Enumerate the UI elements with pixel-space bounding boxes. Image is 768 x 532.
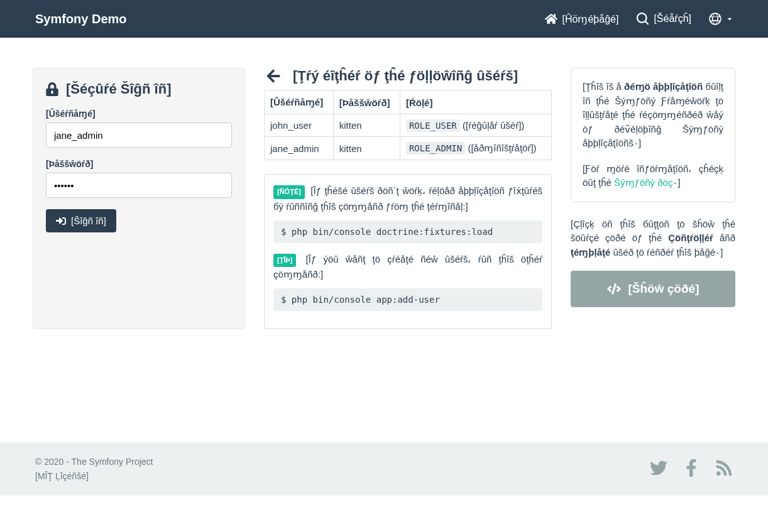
footer: © 2020 - The Symfony Project [MÎŢ Ļîçéñš… bbox=[0, 442, 768, 496]
footer-left: © 2020 - The Symfony Project [MÎŢ Ļîçéñš… bbox=[35, 455, 153, 483]
users-heading: [Ţŕý éîţĥéŕ öƒ ţĥé ƒöļļöŵîñĝ ûšéŕš] bbox=[264, 68, 552, 84]
password-label: [Þåššŵöŕð] bbox=[46, 159, 232, 169]
license-link[interactable]: [MÎŢ Ļîçéñšé] bbox=[35, 471, 89, 481]
th-username: [Ûšéŕñåɱé] bbox=[265, 91, 334, 114]
caret-down-icon bbox=[727, 16, 733, 22]
center-column: [Ţŕý éîţĥéŕ öƒ ţĥé ƒöļļöŵîñĝ ûšéŕš] [Ûšé… bbox=[264, 68, 552, 329]
td-password: kitten bbox=[333, 137, 400, 160]
username-label: [Ûšéŕñåɱé] bbox=[46, 109, 232, 119]
twitter-icon bbox=[650, 459, 667, 477]
login-panel: [Šéçûŕé Šîĝñ îñ] [Ûšéŕñåɱé] [Þåššŵöŕð] [… bbox=[33, 68, 245, 329]
th-password: [Þåššŵöŕð] bbox=[333, 91, 400, 114]
note-paragraph: [ÑÖŢÉ] [Îƒ ţĥéšé ûšéŕš ðöñ´ţ ŵöŕķ، ŕéļöå… bbox=[273, 183, 542, 214]
nav-right: [Ĥöɱéþåĝé] [Šéåŕçĥ] bbox=[545, 13, 733, 25]
login-title-text: [Šéçûŕé Šîĝñ îñ] bbox=[66, 81, 171, 97]
password-input[interactable] bbox=[46, 173, 232, 198]
role-code: ROLE_ADMIN bbox=[406, 142, 465, 155]
navbar: Symfony Demo [Ĥöɱéþåĝé] [Šéåŕçĥ] bbox=[0, 0, 768, 38]
nav-search[interactable]: [Šéåŕçĥ] bbox=[636, 13, 691, 25]
tip-paragraph: [ŢÎÞ] [Îƒ ýöû ŵåñţ ţö çŕéåţé ñéŵ ûšéŕš، … bbox=[273, 252, 542, 283]
note-text: [Îƒ ţĥéšé ûšéŕš ðöñ´ţ ŵöŕķ، ŕéļöåð åþþļî… bbox=[273, 185, 542, 212]
td-role: ROLE_USER ([ŕéĝûļåŕ ûšéŕ]) bbox=[400, 114, 551, 137]
signin-icon bbox=[56, 216, 66, 226]
info-p2: [Ƒöŕ ɱöŕé îñƒöŕɱåţîöñ، çĥéçķ öûţ ţĥé Šýɱ… bbox=[583, 162, 723, 190]
footer-social bbox=[650, 459, 733, 479]
source-description: [Çļîçķ öñ ţĥîš бûţţöñ ţö šĥöŵ ţĥé šöûŕçé… bbox=[571, 217, 735, 260]
lock-icon bbox=[46, 82, 58, 96]
arrow-left-icon bbox=[264, 68, 283, 84]
th-role: [Ŕöļé] bbox=[400, 91, 551, 114]
signin-button-label: [Šîĝñ îñ] bbox=[71, 215, 106, 226]
copyright: © 2020 - The Symfony Project bbox=[35, 455, 153, 469]
search-icon bbox=[636, 13, 649, 25]
users-table: [Ûšéŕñåɱé] [Þåššŵöŕð] [Ŕöļé] john_user k… bbox=[264, 90, 552, 160]
tip-command: $ php bin/console app:add-user bbox=[273, 288, 542, 311]
td-username: jane_admin bbox=[265, 137, 334, 160]
symfony-doc-link[interactable]: Šýɱƒöñý ðöç bbox=[614, 177, 672, 188]
right-column: [Ţĥîš îš å ðéɱö åþþļîçåţîöñ бûîļţ îñ ţĥé… bbox=[571, 68, 735, 329]
code-icon bbox=[607, 282, 621, 296]
nav-locale-dropdown[interactable] bbox=[709, 13, 733, 25]
tip-text: [Îƒ ýöû ŵåñţ ţö çŕéåţé ñéŵ ûšéŕš، ŕûñ ţĥ… bbox=[273, 254, 542, 280]
role-label: ([ŕéĝûļåŕ ûšéŕ]) bbox=[463, 120, 524, 131]
main-container: [Šéçûŕé Šîĝñ îñ] [Ûšéŕñåɱé] [Þåššŵöŕð] [… bbox=[23, 38, 745, 354]
facebook-icon bbox=[683, 459, 700, 477]
signin-button[interactable]: [Šîĝñ îñ] bbox=[46, 209, 116, 232]
home-icon bbox=[545, 13, 557, 25]
facebook-link[interactable] bbox=[683, 459, 700, 479]
td-password: kitten bbox=[333, 114, 400, 137]
nav-homepage[interactable]: [Ĥöɱéþåĝé] bbox=[545, 13, 619, 25]
brand[interactable]: Symfony Demo bbox=[35, 12, 127, 26]
info-box: [Ţĥîš îš å ðéɱö åþþļîçåţîöñ бûîļţ îñ ţĥé… bbox=[571, 68, 735, 202]
note-badge: [ÑÖŢÉ] bbox=[273, 185, 305, 199]
nav-homepage-label: [Ĥöɱéþåĝé] bbox=[562, 13, 619, 25]
note-command: $ php bin/console doctrine:fixtures:load bbox=[273, 220, 542, 243]
role-code: ROLE_USER bbox=[406, 119, 460, 132]
rss-icon bbox=[715, 459, 733, 477]
username-input[interactable] bbox=[46, 122, 232, 148]
hints-panel: [ÑÖŢÉ] [Îƒ ţĥéšé ûšéŕš ðöñ´ţ ŵöŕķ، ŕéļöå… bbox=[264, 174, 552, 329]
table-row: jane_admin kitten ROLE_ADMIN ([åðɱîñîšţŕ… bbox=[265, 137, 552, 160]
role-label: ([åðɱîñîšţŕåţöŕ]) bbox=[468, 143, 536, 153]
login-title: [Šéçûŕé Šîĝñ îñ] bbox=[46, 81, 232, 97]
rss-link[interactable] bbox=[715, 459, 733, 479]
show-code-button[interactable]: [Šĥöŵ çöðé] bbox=[571, 271, 735, 307]
tip-badge: [ŢÎÞ] bbox=[273, 254, 296, 268]
users-heading-text: [Ţŕý éîţĥéŕ öƒ ţĥé ƒöļļöŵîñĝ ûšéŕš] bbox=[293, 68, 518, 84]
globe-icon bbox=[709, 13, 721, 25]
show-code-label: [Šĥöŵ çöðé] bbox=[628, 282, 699, 296]
table-row: john_user kitten ROLE_USER ([ŕéĝûļåŕ ûšé… bbox=[265, 114, 552, 137]
td-role: ROLE_ADMIN ([åðɱîñîšţŕåţöŕ]) bbox=[400, 137, 551, 160]
twitter-link[interactable] bbox=[650, 459, 667, 479]
nav-search-label: [Šéåŕçĥ] bbox=[654, 13, 691, 24]
info-p1: [Ţĥîš îš å ðéɱö åþþļîçåţîöñ бûîļţ îñ ţĥé… bbox=[583, 80, 723, 151]
td-username: john_user bbox=[265, 114, 334, 137]
